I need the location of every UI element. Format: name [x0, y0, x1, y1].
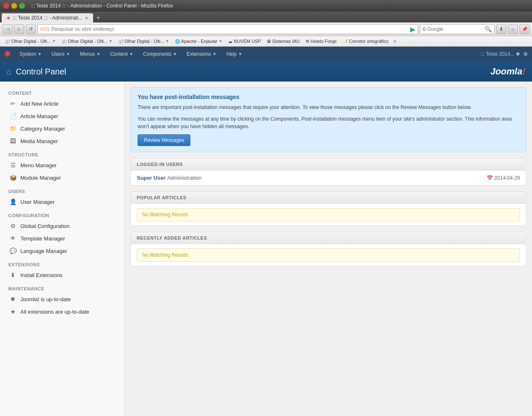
- home-button[interactable]: ⌂: [508, 24, 518, 34]
- sidebar-item-language-manager-label: Language Manager: [20, 248, 67, 254]
- sidebar-item-menu-manager[interactable]: ☰ Menu Manager: [0, 159, 124, 171]
- bookmark-item-7[interactable]: ⚒ Howto Forge: [303, 38, 339, 45]
- browser-toolbar: ◀ ▶ ↺ RSS ▶ G 🔍 ⬇ ⌂ 📌: [0, 22, 532, 36]
- sidebar-item-media-manager[interactable]: 🖼 Media Manager: [0, 135, 124, 147]
- admin-menu-system-arrow: ▼: [38, 52, 42, 56]
- window-minimize-button[interactable]: [11, 3, 17, 9]
- window-controls: [3, 3, 25, 9]
- bookmarks-more-button[interactable]: »: [392, 37, 398, 45]
- logged-in-users-header: LOGGED-IN USERS: [131, 158, 526, 171]
- sidebar-section-configuration-header: CONFIGURATION: [0, 208, 124, 220]
- language-icon: 💬: [10, 248, 16, 254]
- sidebar-item-extensions-uptodate[interactable]: ★ All extensions are up-to-date: [0, 305, 124, 318]
- bookmark-item-5[interactable]: ☁ NUVEM USP: [226, 38, 263, 45]
- bookmark-item-8[interactable]: 📝 Corretor ortográfico: [340, 38, 391, 45]
- popular-articles-header: POPULAR ARTICLES: [131, 192, 526, 204]
- sidebar-item-joomla-uptodate[interactable]: ✱ Joomla! is up-to-date: [0, 293, 124, 305]
- sidebar-item-install-extensions-label: Install Extensions: [20, 272, 62, 278]
- folder-icon: 📁: [10, 125, 16, 132]
- window-close-button[interactable]: [3, 3, 9, 9]
- bookmark-item-6[interactable]: 🏛 Sistemas IAU: [264, 38, 303, 45]
- bookmark-icon-4: 🌐: [175, 39, 180, 44]
- sidebar-item-language-manager[interactable]: 💬 Language Manager: [0, 245, 124, 257]
- search-bar[interactable]: G 🔍: [420, 24, 495, 34]
- admin-site-link[interactable]: ::: Teste 2014... ✱: [480, 51, 520, 57]
- admin-menu-users[interactable]: Users ▼: [47, 49, 74, 59]
- reload-button[interactable]: ↺: [26, 24, 36, 34]
- address-input[interactable]: [52, 26, 409, 32]
- forward-button[interactable]: ▶: [14, 24, 24, 34]
- bookmark-item-1[interactable]: 📰 Olhar Digital - Últi... ▼: [2, 38, 58, 45]
- logged-in-user-role: Administration: [167, 175, 201, 181]
- popular-articles-panel: POPULAR ARTICLES No Matching Results: [131, 191, 526, 226]
- search-button[interactable]: 🔍: [485, 26, 492, 32]
- sidebar-item-category-manager[interactable]: 📁 Category Manager: [0, 122, 124, 135]
- address-rss-icon: RSS: [40, 27, 50, 32]
- bookmark-item-4[interactable]: 🌐 Apache - Enjaular ▼: [172, 38, 225, 45]
- sidebar-item-category-manager-label: Category Manager: [20, 126, 65, 132]
- pencil-icon: ✏: [10, 100, 16, 107]
- admin-menu-users-arrow: ▼: [66, 52, 70, 56]
- admin-menu-menus-arrow: ▼: [96, 52, 100, 56]
- bookmarks-bar: 📰 Olhar Digital - Últi... ▼ 📰 Olhar Digi…: [0, 36, 532, 47]
- joomla-brand-text: Joomla!: [490, 66, 525, 77]
- sidebar-item-template-manager[interactable]: 👁 Template Manager: [0, 232, 124, 245]
- user-icon: 👤: [10, 198, 16, 205]
- sidebar-item-menu-manager-label: Menu Manager: [20, 162, 57, 168]
- download-button[interactable]: ⬇: [496, 24, 506, 34]
- tab-favicon: ✱: [7, 16, 10, 20]
- admin-menu-extensions[interactable]: Extensions ▼: [182, 49, 221, 59]
- sidebar-item-add-new-article-label: Add New Article: [20, 101, 59, 107]
- joomla-update-icon: ✱: [10, 296, 16, 302]
- window-maximize-button[interactable]: [19, 3, 25, 9]
- post-install-text2: You can review the messages at any time …: [138, 115, 519, 130]
- admin-menu-system[interactable]: System ▼: [15, 49, 46, 59]
- admin-menu-menus-label: Menus: [80, 51, 95, 57]
- sidebar-item-add-new-article[interactable]: ✏ Add New Article: [0, 97, 124, 110]
- address-go-button[interactable]: ▶: [410, 25, 415, 33]
- joomla-brand-text-red: !: [522, 66, 525, 77]
- sidebar-section-users-header: USERS: [0, 184, 124, 196]
- bookmark-item-3[interactable]: 📰 Olhar Digital - Últi... ▼: [116, 38, 172, 45]
- admin-menu-content[interactable]: Content ▼: [106, 49, 137, 59]
- bookmark-item-2[interactable]: 📰 Olhar Digital - Últi... ▼: [59, 38, 115, 45]
- sidebar-section-maintenance-header: MAINTENANCE: [0, 281, 124, 293]
- template-icon: 👁: [10, 235, 16, 242]
- browser-tab-active[interactable]: ✱ ::: Teste 2014 ::: - Administrati... ✕: [2, 13, 93, 22]
- control-panel-title: Control Panel: [16, 67, 66, 77]
- search-input[interactable]: [427, 26, 485, 32]
- sidebar-item-install-extensions[interactable]: ⬇ Install Extensions: [0, 269, 124, 281]
- back-button[interactable]: ◀: [2, 24, 12, 34]
- google-icon: G: [423, 27, 426, 32]
- bookmark-icon-3: 📰: [118, 39, 123, 44]
- sidebar-item-user-manager-label: User Manager: [20, 199, 54, 205]
- admin-menu-content-label: Content: [110, 51, 128, 57]
- address-bar[interactable]: RSS ▶: [37, 24, 418, 34]
- article-icon: 📄: [10, 113, 16, 119]
- sidebar-item-template-manager-label: Template Manager: [20, 235, 65, 242]
- admin-menu-help[interactable]: Help ▼: [222, 49, 246, 59]
- admin-menu-menus[interactable]: Menus ▼: [76, 49, 104, 59]
- admin-settings-icon[interactable]: ⚙: [523, 51, 528, 57]
- recently-added-articles-body: No Matching Results: [131, 248, 526, 262]
- media-icon: 🖼: [10, 138, 16, 144]
- admin-menu-components[interactable]: Components ▼: [139, 49, 181, 59]
- sidebar-item-global-configuration[interactable]: ⚙ Global Configuration: [0, 220, 124, 232]
- admin-menu-components-arrow: ▼: [173, 52, 177, 56]
- sidebar-item-media-manager-label: Media Manager: [20, 138, 58, 144]
- bookmark-arrow-4: ▼: [219, 39, 222, 43]
- pin-button[interactable]: 📌: [520, 24, 530, 34]
- tab-close-icon[interactable]: ✕: [85, 16, 88, 20]
- sidebar-item-module-manager[interactable]: 📦 Module Manager: [0, 171, 124, 184]
- settings-icon: ⚙: [10, 223, 16, 229]
- post-install-title: You have post-installation messages: [138, 94, 519, 100]
- module-icon: 📦: [10, 174, 16, 181]
- sidebar-item-article-manager[interactable]: 📄 Article Manager: [0, 110, 124, 122]
- popular-articles-body: No Matching Results: [131, 208, 526, 221]
- admin-menu-extensions-label: Extensions: [187, 51, 211, 57]
- sidebar-item-extensions-uptodate-label: All extensions are up-to-date: [20, 309, 89, 315]
- new-tab-button[interactable]: +: [93, 13, 103, 22]
- review-messages-button[interactable]: Review Messages: [138, 134, 190, 146]
- bookmark-icon-2: 📰: [62, 39, 66, 44]
- sidebar-item-user-manager[interactable]: 👤 User Manager: [0, 196, 124, 208]
